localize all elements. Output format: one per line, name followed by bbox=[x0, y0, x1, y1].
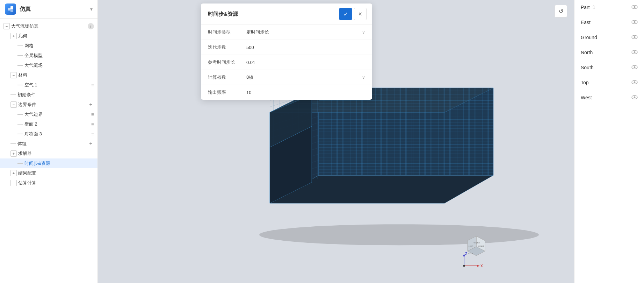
right-label-part1: Part_1 bbox=[581, 5, 631, 10]
tree-label-wall2: 壁面 2 bbox=[24, 121, 91, 127]
svg-point-3 bbox=[259, 224, 539, 245]
svg-text:Z: Z bbox=[465, 252, 467, 256]
menu-icon-symface3[interactable]: ≡ bbox=[91, 131, 94, 137]
sidebar-collapse-icon[interactable]: ▾ bbox=[90, 6, 93, 12]
field-value-ref-timestep[interactable]: 0.01 bbox=[246, 60, 365, 65]
tree-label-symface3: 对称面 3 bbox=[24, 131, 91, 137]
field-value-cores[interactable]: 8核 ∨ bbox=[246, 74, 365, 80]
tree-label-solver: 求解器 bbox=[18, 150, 94, 157]
right-item-east[interactable]: East bbox=[574, 15, 644, 30]
right-label-east: East bbox=[581, 20, 631, 25]
tree: − 大气流场仿真 i + 几何 网格 全局模型 大气流场 bbox=[0, 19, 97, 283]
app-logo bbox=[5, 3, 16, 15]
ref-timestep-value: 0.01 bbox=[246, 60, 255, 65]
field-label-output-freq: 输出频率 bbox=[208, 89, 246, 95]
dialog-confirm-button[interactable]: ✓ bbox=[339, 8, 352, 20]
badge-info: i bbox=[88, 23, 94, 29]
tree-label-boundary: 边界条件 bbox=[18, 101, 88, 108]
eye-icon-top[interactable] bbox=[631, 79, 638, 86]
dialog-header: 时间步&资源 ✓ × bbox=[201, 3, 372, 25]
tree-item-mesh[interactable]: 网格 bbox=[0, 41, 97, 51]
svg-text:BACK: BACK bbox=[468, 253, 473, 255]
dialog-row-ref-timestep: 参考时间步长 0.01 bbox=[201, 55, 372, 70]
badge-plus-bodygroup: + bbox=[88, 141, 94, 147]
tree-item-bodygroup[interactable]: 体组 + bbox=[0, 139, 97, 149]
right-label-ground: Ground bbox=[581, 35, 631, 40]
dialog-row-timestep-type: 时间步类型 定时间步长 ∨ bbox=[201, 25, 372, 40]
tree-item-air1[interactable]: 空气 1 ≡ bbox=[0, 80, 97, 90]
tree-item-result[interactable]: + 结果配置 bbox=[0, 168, 97, 178]
dialog-row-iterations: 迭代步数 500 bbox=[201, 40, 372, 55]
tree-label-global-model: 全局模型 bbox=[24, 52, 94, 59]
field-value-timestep-type[interactable]: 定时间步长 ∨ bbox=[246, 29, 365, 35]
svg-text:FRONT: FRONT bbox=[473, 242, 480, 244]
svg-text:RIGHT: RIGHT bbox=[478, 245, 484, 247]
svg-rect-0 bbox=[8, 8, 10, 10]
tree-item-estimate[interactable]: − 估算计算 bbox=[0, 178, 97, 188]
tree-label-atmosphere: 大气流场仿真 bbox=[11, 23, 88, 29]
right-item-top[interactable]: Top bbox=[574, 75, 644, 90]
expand-icon-geo: + bbox=[10, 33, 17, 39]
right-panel: Part_1 East Ground North South Top Wes bbox=[574, 0, 644, 283]
dropdown-arrow-cores: ∨ bbox=[362, 75, 365, 80]
reset-button[interactable]: ↺ bbox=[555, 5, 567, 17]
tree-label-result: 结果配置 bbox=[18, 170, 94, 176]
svg-text:LEFT: LEFT bbox=[469, 245, 473, 247]
right-item-south[interactable]: South bbox=[574, 60, 644, 75]
output-freq-value: 10 bbox=[246, 90, 251, 95]
badge-plus-boundary: + bbox=[88, 101, 94, 108]
eye-icon-north[interactable] bbox=[631, 49, 638, 56]
dialog-close-button[interactable]: × bbox=[354, 8, 367, 20]
svg-point-70 bbox=[634, 21, 636, 23]
tree-item-boundary[interactable]: − 边界条件 + bbox=[0, 100, 97, 109]
eye-icon-south[interactable] bbox=[631, 64, 638, 71]
tree-label-bodygroup: 体组 bbox=[17, 141, 88, 147]
tree-label-timestep: 时间步&资源 bbox=[24, 160, 94, 167]
field-value-output-freq[interactable]: 10 bbox=[246, 90, 365, 95]
tree-item-solver[interactable]: + 求解器 bbox=[0, 149, 97, 158]
right-item-north[interactable]: North bbox=[574, 45, 644, 60]
field-label-timestep-type: 时间步类型 bbox=[208, 29, 246, 35]
expand-icon-mat: − bbox=[10, 72, 17, 78]
tree-item-wall2[interactable]: 壁面 2 ≡ bbox=[0, 119, 97, 129]
tree-item-atmosphere[interactable]: − 大气流场仿真 i bbox=[0, 21, 97, 31]
svg-point-78 bbox=[634, 82, 636, 83]
tree-item-symface3[interactable]: 对称面 3 ≡ bbox=[0, 129, 97, 139]
sidebar: 仿真 ▾ − 大气流场仿真 i + 几何 网格 全局模型 bbox=[0, 0, 98, 283]
tree-label-geometry: 几何 bbox=[18, 33, 94, 39]
field-value-iterations[interactable]: 500 bbox=[246, 45, 365, 50]
right-item-part1[interactable]: Part_1 bbox=[574, 0, 644, 15]
right-label-top: Top bbox=[581, 80, 631, 85]
svg-rect-1 bbox=[10, 6, 13, 9]
svg-point-68 bbox=[634, 6, 636, 8]
right-item-west[interactable]: West bbox=[574, 90, 644, 105]
dialog-row-cores: 计算核数 8核 ∨ bbox=[201, 70, 372, 85]
expand-icon-solver: + bbox=[10, 150, 17, 157]
menu-icon-atmo-boundary[interactable]: ≡ bbox=[91, 112, 94, 117]
tree-item-material[interactable]: − 材料 bbox=[0, 70, 97, 80]
eye-icon-west[interactable] bbox=[631, 94, 638, 101]
sidebar-header: 仿真 ▾ bbox=[0, 0, 97, 19]
expand-icon-result: + bbox=[10, 170, 17, 176]
tree-item-geometry[interactable]: + 几何 bbox=[0, 31, 97, 41]
expand-icon: − bbox=[3, 23, 10, 29]
svg-marker-64 bbox=[477, 265, 480, 267]
tree-item-timestep[interactable]: 时间步&资源 bbox=[0, 158, 97, 168]
right-item-ground[interactable]: Ground bbox=[574, 30, 644, 45]
field-label-iterations: 迭代步数 bbox=[208, 44, 246, 50]
app-title: 仿真 bbox=[20, 6, 90, 13]
tree-label-material: 材料 bbox=[18, 72, 94, 78]
menu-icon-wall2[interactable]: ≡ bbox=[91, 121, 94, 127]
menu-icon-air1[interactable]: ≡ bbox=[91, 82, 94, 88]
eye-icon-part1[interactable] bbox=[631, 4, 638, 10]
tree-label-mesh: 网格 bbox=[24, 43, 94, 49]
tree-item-init[interactable]: 初始条件 bbox=[0, 90, 97, 100]
eye-icon-ground[interactable] bbox=[631, 34, 638, 41]
eye-icon-east[interactable] bbox=[631, 19, 638, 26]
tree-item-global-model[interactable]: 全局模型 bbox=[0, 51, 97, 61]
axis-svg: FRONT LEFT RIGHT BACK Z X bbox=[459, 233, 494, 275]
tree-label-air1: 空气 1 bbox=[24, 82, 91, 88]
dialog-body: 时间步类型 定时间步长 ∨ 迭代步数 500 参考时间步长 0.01 bbox=[201, 25, 372, 100]
tree-item-atmo-boundary[interactable]: 大气边界 ≡ bbox=[0, 109, 97, 119]
tree-item-atmo-field[interactable]: 大气流场 bbox=[0, 61, 97, 70]
